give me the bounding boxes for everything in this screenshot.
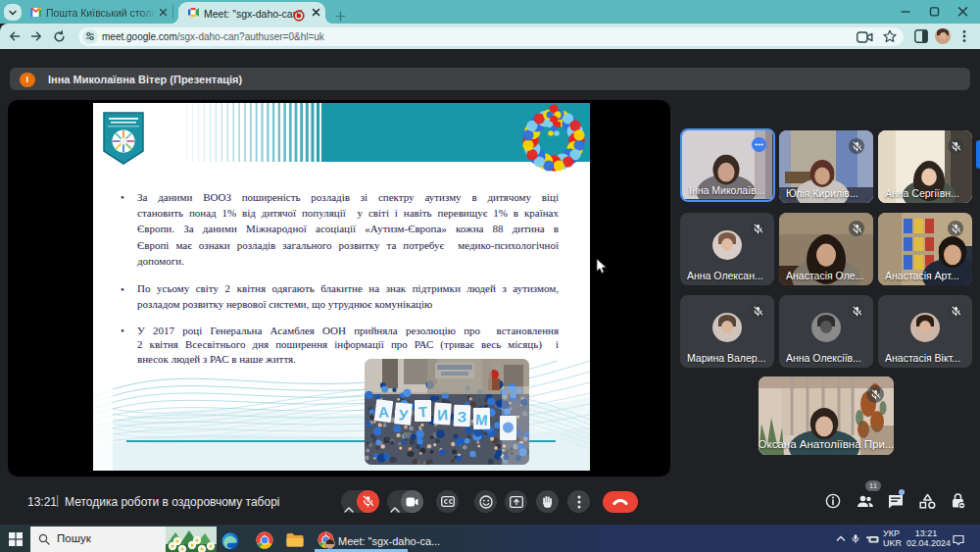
svg-text:Т: Т [417, 403, 428, 421]
svg-text:И: И [437, 406, 449, 424]
svg-text:М: М [475, 411, 489, 428]
svg-text:З: З [457, 408, 466, 425]
svg-text:У: У [398, 406, 409, 424]
svg-text:А: А [378, 403, 390, 420]
